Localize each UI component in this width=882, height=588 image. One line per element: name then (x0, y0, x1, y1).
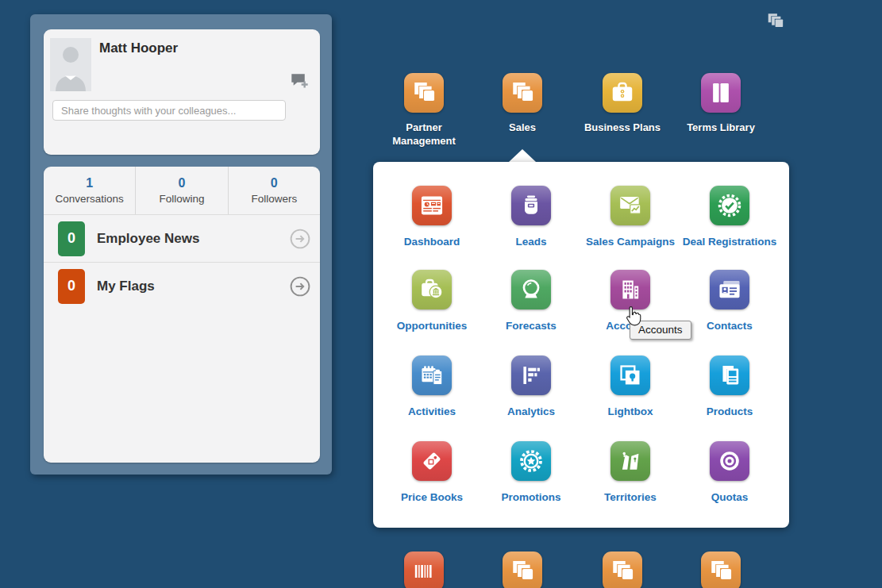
panel-item-tile[interactable] (710, 441, 749, 481)
panel-item-quotas[interactable]: Quotas (680, 441, 779, 503)
grid-toggle-icon[interactable] (765, 10, 788, 33)
app-tile[interactable] (503, 73, 542, 113)
app-partner-management[interactable]: Partner Management (372, 73, 476, 148)
panel-item-promotions[interactable]: Promotions (482, 441, 580, 503)
list-item-employee-news[interactable]: 0Employee News (44, 214, 320, 262)
app-terms-library[interactable]: Terms Library (669, 73, 772, 135)
panel-item-tile[interactable] (412, 270, 452, 309)
panel-item-label: Contacts (707, 320, 753, 332)
app-label: Partner Management (383, 121, 465, 148)
panel-item-label: Activities (408, 405, 456, 417)
panel-item-tile[interactable] (710, 355, 749, 395)
social-sidebar: Matt Hooper 1Conversations0Following0Fol… (30, 14, 332, 475)
panel-item-sales-campaigns[interactable]: Sales Campaigns (581, 186, 680, 248)
stacked-pages-icon (411, 80, 437, 106)
social-stats: 1Conversations0Following0Followers (44, 167, 320, 214)
panel-item-analytics[interactable]: Analytics (482, 355, 580, 417)
stat-value: 1 (86, 176, 93, 190)
stat-followers[interactable]: 0Followers (228, 167, 320, 214)
price-tag-icon (419, 448, 445, 474)
panel-item-tile[interactable] (412, 355, 452, 395)
bar-chart-icon (518, 363, 544, 388)
app-tile[interactable] (404, 73, 444, 113)
panel-item-dashboard[interactable]: Dashboard (383, 186, 481, 248)
panel-item-tile[interactable] (412, 186, 452, 225)
app-label: Sales (509, 121, 536, 135)
dashboard-window-icon (419, 193, 445, 218)
share-thoughts-input[interactable] (52, 100, 286, 121)
bullseye-icon (717, 448, 742, 474)
list-item-label: Employee News (97, 231, 199, 247)
contact-card-icon (717, 277, 742, 302)
panel-item-price-books[interactable]: Price Books (383, 441, 481, 503)
stacked-pages-icon (510, 80, 535, 106)
bottom-app-tile[interactable] (503, 551, 542, 588)
panel-item-label: Promotions (501, 491, 560, 503)
stat-label: Following (159, 193, 204, 205)
panel-item-tile[interactable] (511, 441, 551, 481)
social-summary-card: 1Conversations0Following0Followers 0Empl… (44, 167, 320, 463)
app-tile[interactable] (603, 73, 642, 113)
book-icon (708, 80, 734, 106)
app-business-plans[interactable]: Business Plans (571, 73, 674, 135)
avatar (50, 38, 91, 91)
territory-map-icon (618, 448, 643, 474)
stat-label: Conversations (56, 193, 124, 205)
stat-value: 0 (271, 176, 278, 190)
barcode-icon (411, 559, 437, 584)
panel-item-tile[interactable] (610, 186, 650, 225)
panel-item-tile[interactable] (610, 441, 650, 481)
app-sales[interactable]: Sales (471, 73, 574, 135)
panel-item-tile[interactable] (412, 441, 452, 481)
sales-app-panel: DashboardLeadsSales CampaignsDeal Regist… (373, 162, 789, 528)
gear-star-icon (518, 448, 544, 474)
circle-arrow-icon[interactable] (290, 229, 310, 249)
panel-item-label: Quotas (711, 491, 749, 503)
panel-item-label: Opportunities (397, 320, 468, 332)
panel-item-label: Dashboard (404, 236, 460, 248)
panel-item-products[interactable]: Products (680, 355, 779, 417)
jar-icon (518, 193, 544, 218)
panel-item-label: Sales Campaigns (586, 236, 675, 248)
briefcase-icon (610, 80, 635, 106)
panel-item-lightbox[interactable]: Lightbox (581, 355, 680, 417)
lightbulb-frame-icon (618, 363, 643, 388)
crystal-ball-icon (518, 277, 544, 302)
panel-item-label: Forecasts (506, 320, 557, 332)
panel-item-leads[interactable]: Leads (482, 186, 580, 248)
app-tile[interactable] (701, 73, 741, 113)
panel-item-tile[interactable] (710, 270, 749, 309)
panel-item-territories[interactable]: Territories (581, 441, 680, 503)
bottom-app-tile[interactable] (701, 551, 741, 588)
stat-label: Followers (251, 193, 297, 205)
sidebar-lists: 0Employee News0My Flags (44, 214, 320, 309)
bottom-app-tile[interactable] (404, 551, 444, 588)
bottom-app-tile[interactable] (603, 551, 642, 588)
panel-item-label: Deal Registrations (683, 236, 777, 248)
circle-arrow-icon[interactable] (290, 276, 310, 297)
envelope-chart-icon (618, 193, 643, 218)
panel-item-tile[interactable] (610, 355, 650, 395)
panel-item-deal-registrations[interactable]: Deal Registrations (680, 186, 779, 248)
panel-item-label: Lightbox (608, 405, 653, 417)
panel-item-tile[interactable] (511, 355, 551, 395)
panel-item-contacts[interactable]: Contacts (680, 270, 779, 332)
panel-item-label: Leads (515, 236, 546, 248)
stacked-pages-icon (610, 559, 635, 584)
list-item-my-flags[interactable]: 0My Flags (44, 262, 320, 309)
panel-item-forecasts[interactable]: Forecasts (482, 270, 580, 332)
stacked-pages-icon (708, 559, 734, 584)
stat-following[interactable]: 0Following (135, 167, 227, 214)
count-badge: 0 (58, 269, 85, 304)
count-badge: 0 (58, 221, 85, 256)
new-conversation-icon[interactable] (289, 71, 310, 91)
stat-conversations[interactable]: 1Conversations (44, 167, 135, 214)
app-label: Business Plans (584, 121, 661, 135)
panel-item-label: Price Books (401, 491, 463, 503)
panel-item-tile[interactable] (610, 270, 650, 309)
panel-item-activities[interactable]: Activities (383, 355, 481, 417)
panel-item-tile[interactable] (511, 186, 551, 225)
panel-item-opportunities[interactable]: Opportunities (383, 270, 481, 332)
panel-item-tile[interactable] (710, 186, 749, 225)
panel-item-tile[interactable] (511, 270, 551, 309)
